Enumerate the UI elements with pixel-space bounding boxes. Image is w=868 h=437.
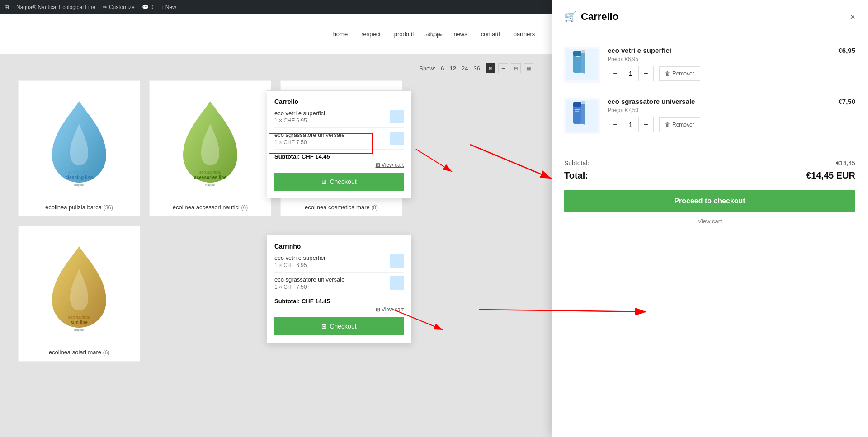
sidebar-cart-img-1 — [564, 47, 600, 83]
qty-input-1[interactable] — [623, 66, 639, 81]
show-label: Show: — [419, 65, 435, 72]
nav-news[interactable]: news — [453, 31, 467, 38]
total-value: €14,45 EUR — [806, 170, 855, 181]
mini-cart2-item-1: eco vetri e superfici 1 × CHF 6.95 — [274, 254, 404, 273]
mini-cart-item-2: eco sgrassatore universale 1 × CHF 7.50 — [274, 132, 404, 150]
svg-text:sun line: sun line — [71, 320, 88, 325]
qty-minus-2[interactable]: − — [608, 117, 623, 132]
product-title-sun: ecolinea solari mare (6) — [19, 343, 140, 361]
grid-view-icon[interactable]: ⊞ — [486, 63, 495, 73]
site-name[interactable]: Nagua® Nautical Ecological Line — [16, 4, 95, 10]
cart-icon-sidebar: 🛒 — [564, 11, 576, 23]
subtotal-value: €14,45 — [836, 160, 855, 167]
remove-btn-2[interactable]: 🗑 Remover — [659, 117, 700, 132]
nav-partners[interactable]: partners — [514, 31, 535, 38]
qty-minus-1[interactable]: − — [608, 66, 623, 81]
mini-cart2-item-2: eco sgrassatore universale 1 × CHF 7.50 — [274, 276, 404, 294]
svg-rect-18 — [573, 51, 581, 56]
qty-remove-row-2: − + 🗑 Remover — [608, 117, 831, 132]
svg-text:eco nautical: eco nautical — [68, 315, 90, 320]
shop-toolbar: Show: 6 12 24 36 ⊞ ☰ ⊟ ▦ — [18, 63, 533, 73]
sidebar-cart-name-2: eco sgrassatore universale — [608, 98, 831, 105]
qty-plus-1[interactable]: + — [639, 66, 653, 81]
mini-cart-checkout-btn[interactable]: ⊞ Checkout — [274, 173, 404, 191]
mini-cart2-title: Carrinho — [274, 243, 404, 250]
mini-cart2-item1-name: eco vetri e superfici — [274, 254, 390, 261]
sidebar-cart-img-2 — [564, 98, 600, 134]
nav-contatti[interactable]: contatti — [481, 31, 500, 38]
total-label: Total: — [564, 170, 588, 181]
subtotal-row: Subtotal: €14,45 — [564, 160, 855, 167]
compact-view-icon[interactable]: ⊟ — [511, 63, 521, 73]
svg-text:nagua: nagua — [74, 328, 85, 332]
cart-sidebar-close[interactable]: × — [850, 12, 855, 21]
svg-rect-25 — [575, 109, 580, 110]
qty-remove-row-1: − + 🗑 Remover — [608, 66, 831, 81]
mini-cart2-subtotal: Subtotal: CHF 14.45 — [274, 298, 404, 305]
mini-cart-carrello: Carrello eco vetri e superfici 1 × CHF 6… — [267, 90, 411, 198]
product-image-accessories: eco nautical acessories line nagua — [150, 81, 271, 198]
list-view-icon[interactable]: ☰ — [498, 63, 508, 73]
sidebar-cart-details-1: eco vetri e superfici Preço: €6,95 − + 🗑… — [608, 47, 831, 81]
nav-prodotti[interactable]: prodotti — [394, 31, 414, 38]
mini-cart2-checkout-btn[interactable]: ⊞ Checkout — [274, 317, 404, 335]
svg-text:nagua: nagua — [74, 183, 85, 187]
product-card-accessories[interactable]: eco nautical acessories line nagua ecoli… — [149, 80, 271, 216]
customize-btn[interactable]: ✏ Customize — [103, 4, 135, 10]
view-cart-link[interactable]: View cart — [564, 218, 855, 225]
svg-rect-20 — [576, 56, 580, 57]
qty-plus-2[interactable]: + — [639, 117, 653, 132]
mini-cart-item1-price: 1 × CHF 6.95 — [274, 117, 390, 124]
sidebar-cart-item-1: eco vetri e superfici Preço: €6,95 − + 🗑… — [564, 39, 855, 90]
trash-icon-2: 🗑 — [665, 122, 670, 128]
svg-text:acessories line: acessories line — [194, 175, 226, 180]
mini-cart2-view-cart[interactable]: ⊞ View cart — [274, 306, 404, 313]
svg-rect-23 — [573, 102, 581, 107]
view-icons: ⊞ ☰ ⊟ ▦ — [486, 63, 533, 73]
sidebar-cart-name-1: eco vetri e superfici — [608, 47, 831, 54]
svg-text:cleaning line: cleaning line — [66, 175, 93, 180]
wp-icon[interactable]: ⊞ — [5, 4, 9, 10]
comments-btn[interactable]: 💬 0 — [142, 4, 154, 10]
proceed-to-checkout-btn[interactable]: Proceed to checkout — [564, 190, 855, 212]
nav-home[interactable]: home — [333, 31, 348, 38]
sidebar-cart-price-1: €6,95 — [838, 47, 855, 54]
mini-cart2-item2-price: 1 × CHF 7.50 — [274, 284, 390, 290]
mini-cart-view-cart[interactable]: ⊞ View cart — [274, 162, 404, 168]
svg-text:nagua: nagua — [205, 183, 216, 187]
show-24[interactable]: 24 — [462, 65, 468, 72]
product-title-accessories: ecolinea accessori nautici (6) — [150, 198, 271, 216]
total-row: Total: €14,45 EUR — [564, 170, 855, 181]
mini-cart-item2-name: eco sgrassatore universale — [274, 132, 390, 138]
mini-cart2-item2-name: eco sgrassatore universale — [274, 276, 390, 283]
mini-cart-carrinho: Carrinho eco vetri e superfici 1 × CHF 6… — [267, 235, 411, 343]
show-36[interactable]: 36 — [474, 65, 480, 72]
trash-icon-1: 🗑 — [665, 70, 670, 77]
product-card-sun[interactable]: eco nautical sun line nagua ecolinea sol… — [18, 226, 140, 362]
sidebar-cart-preco-2: Preço: €7,50 — [608, 107, 831, 113]
mini-cart-title: Carrello — [274, 98, 404, 105]
mini-cart-item2-price: 1 × CHF 7.50 — [274, 139, 390, 146]
mini-cart-subtotal: Subtotal: CHF 14.45 — [274, 153, 404, 160]
nav-respect[interactable]: respect — [361, 31, 381, 38]
cart-sidebar: 🛒 Carrello × eco vetri e superfici Preço… — [552, 0, 868, 437]
product-image-sun: eco nautical sun line nagua — [19, 226, 140, 343]
product-title-cleaning: ecolinea pulizia barca (36) — [19, 198, 140, 216]
product-image-cleaning: eco nautical cleaning line nagua — [19, 81, 140, 198]
shop-area: Show: 6 12 24 36 ⊞ ☰ ⊟ ▦ — [0, 54, 552, 437]
show-12[interactable]: 12 — [450, 65, 456, 72]
svg-point-19 — [581, 50, 585, 53]
qty-input-2[interactable] — [623, 117, 639, 132]
site-logo[interactable]: nagua — [424, 32, 444, 37]
sidebar-cart-preco-1: Preço: €6,95 — [608, 56, 831, 62]
mini-cart-item-1: eco vetri e superfici 1 × CHF 6.95 — [274, 110, 404, 128]
remove-btn-1[interactable]: 🗑 Remover — [659, 66, 700, 81]
cart-sidebar-header: 🛒 Carrello × — [564, 11, 855, 30]
qty-control-2: − + — [608, 117, 654, 132]
product-card-cleaning[interactable]: eco nautical cleaning line nagua ecoline… — [18, 80, 140, 216]
new-btn[interactable]: + New — [160, 4, 176, 10]
show-6[interactable]: 6 — [441, 65, 444, 72]
svg-text:eco nautical: eco nautical — [68, 170, 90, 174]
subtotal-label: Subtotal: — [564, 160, 589, 167]
table-view-icon[interactable]: ▦ — [524, 63, 533, 73]
